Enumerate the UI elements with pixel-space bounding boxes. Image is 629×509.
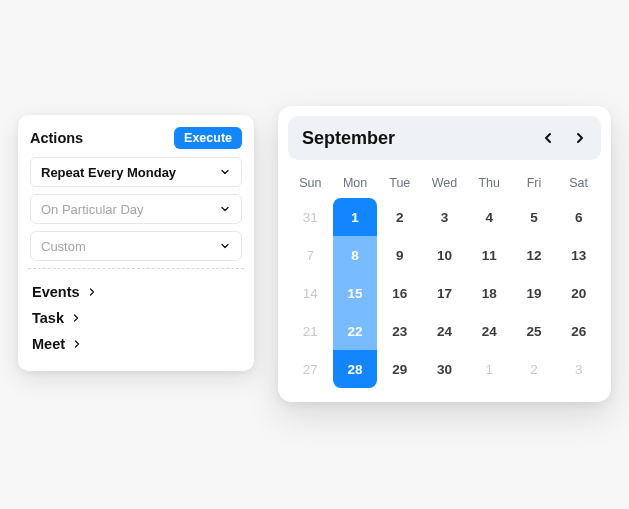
day-cell-wrap: 16 [377,274,422,312]
day-cell-wrap: 22 [333,312,378,350]
dow-cell: Tue [377,170,422,198]
dow-cell: Thu [467,170,512,198]
day-cell-wrap: 3 [422,198,467,236]
link-task[interactable]: Task [30,305,242,331]
day-cell-wrap: 23 [377,312,422,350]
day-cell[interactable]: 3 [425,198,463,236]
calendar-next-button[interactable] [571,129,589,147]
calendar-prev-button[interactable] [539,129,557,147]
day-cell[interactable]: 20 [560,274,598,312]
actions-header: Actions Execute [30,127,242,149]
day-cell-wrap: 6 [556,198,601,236]
day-cell[interactable]: 19 [515,274,553,312]
calendar-header: September [288,116,601,160]
actions-card: Actions Execute Repeat Every MondayOn Pa… [18,115,254,371]
day-cell[interactable]: 28 [333,350,378,388]
chevron-right-icon [572,130,588,146]
divider [28,268,244,269]
day-cell[interactable]: 11 [470,236,508,274]
day-cell-wrap: 24 [467,312,512,350]
day-cell-wrap: 3 [556,350,601,388]
day-cell-wrap: 31 [288,198,333,236]
day-cell[interactable]: 6 [560,198,598,236]
select-label: Custom [41,239,86,254]
chevron-right-icon [86,286,98,298]
day-cell[interactable]: 30 [425,350,463,388]
day-cell-wrap: 18 [467,274,512,312]
dow-cell: Mon [333,170,378,198]
day-cell[interactable]: 1 [333,198,378,236]
day-cell-wrap: 15 [333,274,378,312]
day-cell[interactable]: 27 [291,350,329,388]
day-cell-wrap: 12 [512,236,557,274]
actions-title: Actions [30,130,83,146]
link-meet[interactable]: Meet [30,331,242,357]
day-cell-wrap: 11 [467,236,512,274]
day-cell-wrap: 17 [422,274,467,312]
day-cell-wrap: 21 [288,312,333,350]
select-1[interactable]: On Particular Day [30,194,242,224]
day-cell[interactable]: 8 [333,236,378,274]
day-cell[interactable]: 24 [425,312,463,350]
day-cell[interactable]: 7 [291,236,329,274]
chevron-down-icon [219,203,231,215]
dow-cell: Fri [512,170,557,198]
chevron-down-icon [219,240,231,252]
day-cell-wrap: 1 [333,198,378,236]
day-cell-wrap: 25 [512,312,557,350]
day-cell[interactable]: 10 [425,236,463,274]
day-cell-wrap: 5 [512,198,557,236]
day-cell[interactable]: 4 [470,198,508,236]
day-cell[interactable]: 18 [470,274,508,312]
day-cell[interactable]: 15 [333,274,378,312]
day-cell-wrap: 10 [422,236,467,274]
day-cell[interactable]: 1 [470,350,508,388]
link-events[interactable]: Events [30,279,242,305]
day-cell[interactable]: 13 [560,236,598,274]
day-cell[interactable]: 3 [560,350,598,388]
day-cell[interactable]: 12 [515,236,553,274]
day-cell-wrap: 29 [377,350,422,388]
chevron-down-icon [219,166,231,178]
dow-cell: Sun [288,170,333,198]
execute-button[interactable]: Execute [174,127,242,149]
day-cell[interactable]: 23 [381,312,419,350]
day-cell[interactable]: 21 [291,312,329,350]
day-cell-wrap: 7 [288,236,333,274]
day-cell[interactable]: 26 [560,312,598,350]
day-cell[interactable]: 2 [515,350,553,388]
link-label: Task [32,310,64,326]
calendar-card: September SunMonTueWedThuFriSat 31123456… [278,106,611,402]
day-cell[interactable]: 31 [291,198,329,236]
day-cell-wrap: 19 [512,274,557,312]
chevron-right-icon [70,312,82,324]
day-cell[interactable]: 5 [515,198,553,236]
day-cell[interactable]: 24 [470,312,508,350]
day-cell-wrap: 28 [333,350,378,388]
chevron-left-icon [540,130,556,146]
day-cell-wrap: 27 [288,350,333,388]
day-cell[interactable]: 9 [381,236,419,274]
day-cell[interactable]: 16 [381,274,419,312]
calendar-nav-group [539,129,589,147]
day-cell-wrap: 1 [467,350,512,388]
calendar-month-label: September [302,128,395,149]
day-cell[interactable]: 17 [425,274,463,312]
link-label: Events [32,284,80,300]
calendar-dow-row: SunMonTueWedThuFriSat [288,170,601,198]
chevron-right-icon [71,338,83,350]
day-cell-wrap: 2 [377,198,422,236]
select-2[interactable]: Custom [30,231,242,261]
calendar-days-grid: 3112345678910111213141516171819202122232… [288,198,601,388]
select-0[interactable]: Repeat Every Monday [30,157,242,187]
day-cell[interactable]: 14 [291,274,329,312]
day-cell[interactable]: 25 [515,312,553,350]
day-cell-wrap: 30 [422,350,467,388]
day-cell[interactable]: 2 [381,198,419,236]
day-cell-wrap: 14 [288,274,333,312]
day-cell[interactable]: 22 [333,312,378,350]
day-cell-wrap: 20 [556,274,601,312]
select-label: Repeat Every Monday [41,165,176,180]
dow-cell: Wed [422,170,467,198]
day-cell[interactable]: 29 [381,350,419,388]
